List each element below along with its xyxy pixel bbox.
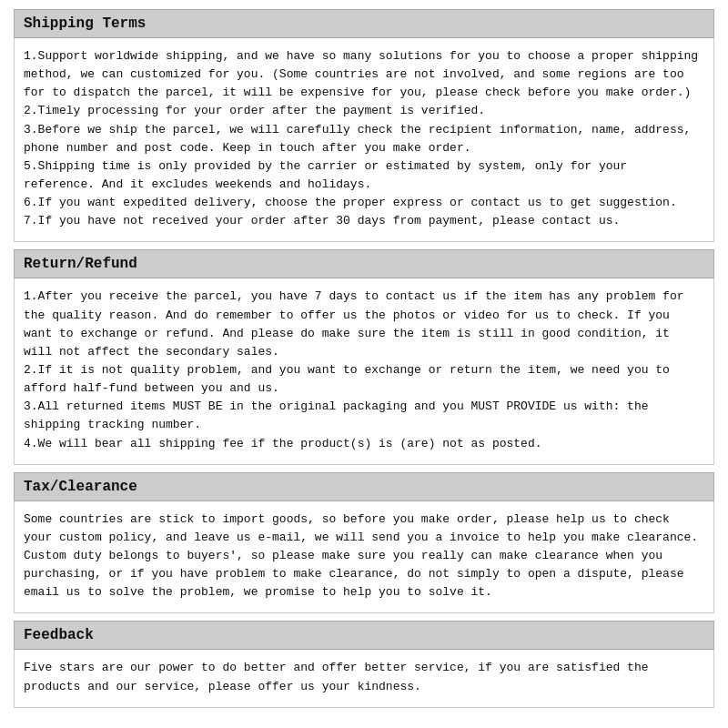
section-body-shipping: 1.Support worldwide shipping, and we hav… xyxy=(14,38,714,242)
section-shipping: Shipping Terms1.Support worldwide shippi… xyxy=(14,9,714,242)
section-header-return: Return/Refund xyxy=(14,249,714,278)
section-body-tax: Some countries are stick to import goods… xyxy=(14,501,714,614)
section-header-tax: Tax/Clearance xyxy=(14,472,714,501)
section-feedback: FeedbackFive stars are our power to do b… xyxy=(14,621,714,707)
section-text-feedback: Five stars are our power to do better an… xyxy=(24,659,704,695)
section-return: Return/Refund1.After you receive the par… xyxy=(14,249,714,464)
section-header-shipping: Shipping Terms xyxy=(14,9,714,38)
section-title-return: Return/Refund xyxy=(24,256,704,272)
section-text-shipping: 1.Support worldwide shipping, and we hav… xyxy=(24,47,704,230)
section-text-tax: Some countries are stick to import goods… xyxy=(24,511,704,602)
section-body-return: 1.After you receive the parcel, you have… xyxy=(14,278,714,464)
section-title-tax: Tax/Clearance xyxy=(24,479,704,495)
section-title-shipping: Shipping Terms xyxy=(24,15,704,32)
section-tax: Tax/ClearanceSome countries are stick to… xyxy=(14,472,714,614)
page-wrapper: Shipping Terms1.Support worldwide shippi… xyxy=(0,0,728,728)
section-title-feedback: Feedback xyxy=(24,627,704,643)
section-header-feedback: Feedback xyxy=(14,621,714,650)
section-text-return: 1.After you receive the parcel, you have… xyxy=(24,288,704,452)
section-body-feedback: Five stars are our power to do better an… xyxy=(14,650,714,707)
